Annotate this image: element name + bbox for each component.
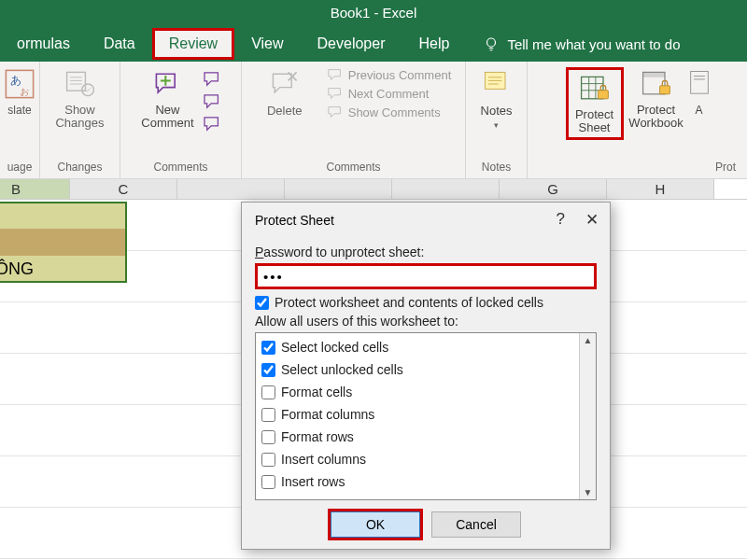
new-comment-button[interactable]: New Comment bbox=[139, 67, 197, 131]
tab-formulas[interactable]: ormulas bbox=[0, 28, 87, 60]
ribbon-tabs: ormulas Data Review View Developer Help … bbox=[0, 26, 747, 62]
protect-sheet-button[interactable]: Protect Sheet bbox=[566, 67, 624, 140]
password-label: Password to unprotect sheet: bbox=[255, 245, 597, 259]
perm-label: Format rows bbox=[281, 429, 354, 444]
selected-cells[interactable]: CÓ CÓ KHÔNG bbox=[0, 202, 127, 283]
protect-workbook-button[interactable]: Protect Workbook bbox=[627, 67, 685, 131]
cancel-button[interactable]: Cancel bbox=[431, 511, 521, 538]
chk-format-rows[interactable] bbox=[261, 430, 275, 444]
col-b[interactable]: B bbox=[0, 179, 70, 199]
col-e[interactable] bbox=[285, 179, 392, 199]
notes-label: Notes bbox=[481, 104, 513, 118]
comment-small-icon[interactable] bbox=[203, 93, 223, 110]
protect-contents-label: Protect worksheet and contents of locked… bbox=[275, 295, 543, 310]
ribbon: あぉslate uage Show Changes Changes New Co… bbox=[0, 62, 747, 179]
close-icon[interactable]: ✕ bbox=[585, 210, 599, 230]
tab-review[interactable]: Review bbox=[152, 28, 234, 60]
permissions-listbox[interactable]: Select locked cells Select unlocked cell… bbox=[255, 332, 597, 500]
chk-select-locked[interactable] bbox=[261, 341, 275, 355]
svg-rect-22 bbox=[690, 71, 708, 93]
chevron-down-icon: ▾ bbox=[494, 120, 499, 130]
scroll-down-icon[interactable]: ▼ bbox=[584, 487, 593, 497]
delete-label: Delete bbox=[267, 104, 303, 118]
chk-insert-rows[interactable] bbox=[261, 475, 275, 489]
new-comment-label: New Comment bbox=[141, 104, 193, 131]
svg-rect-20 bbox=[642, 72, 664, 77]
svg-point-0 bbox=[487, 38, 496, 47]
group-label-changes: Changes bbox=[57, 161, 102, 176]
next-comment-button[interactable]: Next Comment bbox=[327, 86, 452, 101]
tab-developer[interactable]: Developer bbox=[301, 28, 402, 60]
allow-edit-button[interactable]: A bbox=[689, 67, 710, 117]
title-bar: Book1 - Excel bbox=[0, 0, 747, 26]
tab-view[interactable]: View bbox=[234, 28, 300, 60]
show-changes-label: Show Changes bbox=[55, 104, 104, 131]
chk-format-columns[interactable] bbox=[261, 408, 275, 422]
cell-b4[interactable]: KHÔNG bbox=[0, 256, 127, 283]
perm-label: Select unlocked cells bbox=[281, 362, 403, 377]
group-label-comments2: Comments bbox=[326, 161, 380, 176]
allow-label: Allow all users of this worksheet to: bbox=[255, 314, 597, 329]
password-input[interactable] bbox=[255, 263, 597, 289]
perm-label: Select locked cells bbox=[281, 340, 388, 355]
col-d[interactable] bbox=[177, 179, 285, 199]
show-changes-button[interactable]: Show Changes bbox=[51, 67, 109, 131]
scrollbar[interactable]: ▲▼ bbox=[579, 333, 596, 499]
col-g[interactable]: G bbox=[500, 179, 607, 199]
col-f[interactable] bbox=[392, 179, 500, 199]
group-label-protect: Prot bbox=[715, 161, 740, 176]
column-headers: B C G H bbox=[0, 179, 747, 200]
perm-label: Insert columns bbox=[281, 452, 366, 467]
show-comments-button[interactable]: Show Comments bbox=[327, 105, 452, 119]
notes-button[interactable]: Notes ▾ bbox=[468, 67, 526, 130]
perm-label: Insert rows bbox=[281, 474, 345, 489]
tell-me-label: Tell me what you want to do bbox=[507, 36, 680, 52]
chk-format-cells[interactable] bbox=[261, 385, 275, 399]
tell-me[interactable]: Tell me what you want to do bbox=[483, 35, 680, 52]
perm-label: Format columns bbox=[281, 407, 374, 422]
help-icon[interactable]: ? bbox=[557, 210, 565, 230]
scroll-up-icon[interactable]: ▲ bbox=[584, 335, 593, 345]
protect-sheet-dialog: Protect Sheet ? ✕ Password to unprotect … bbox=[241, 202, 611, 550]
col-h[interactable]: H bbox=[607, 179, 714, 199]
svg-rect-21 bbox=[659, 86, 669, 94]
comment-small-icon[interactable] bbox=[203, 116, 223, 133]
group-label-notes: Notes bbox=[482, 161, 511, 176]
comment-small-icon[interactable] bbox=[203, 71, 223, 88]
tab-help[interactable]: Help bbox=[402, 28, 467, 60]
tab-data[interactable]: Data bbox=[87, 28, 152, 60]
protect-contents-checkbox[interactable] bbox=[255, 296, 269, 310]
svg-text:ぉ: ぉ bbox=[19, 84, 30, 97]
chk-select-unlocked[interactable] bbox=[261, 363, 275, 377]
group-label-language: uage bbox=[7, 161, 33, 176]
group-label-comments1: Comments bbox=[153, 161, 207, 176]
perm-label: Format cells bbox=[281, 385, 352, 399]
svg-rect-18 bbox=[598, 91, 608, 99]
col-c[interactable]: C bbox=[70, 179, 177, 199]
chk-insert-columns[interactable] bbox=[261, 453, 275, 467]
ok-button[interactable]: OK bbox=[331, 511, 420, 538]
protect-sheet-label: Protect Sheet bbox=[575, 108, 613, 135]
dialog-title: Protect Sheet bbox=[255, 213, 334, 228]
cell-b3[interactable]: CÓ bbox=[0, 229, 127, 256]
svg-point-8 bbox=[81, 84, 93, 96]
cell-b2[interactable]: CÓ bbox=[0, 202, 127, 229]
previous-comment-button[interactable]: Previous Comment bbox=[327, 67, 452, 82]
lightbulb-icon bbox=[483, 35, 500, 52]
delete-comment-button[interactable]: Delete bbox=[256, 67, 314, 118]
protect-workbook-label: Protect Workbook bbox=[628, 104, 683, 131]
